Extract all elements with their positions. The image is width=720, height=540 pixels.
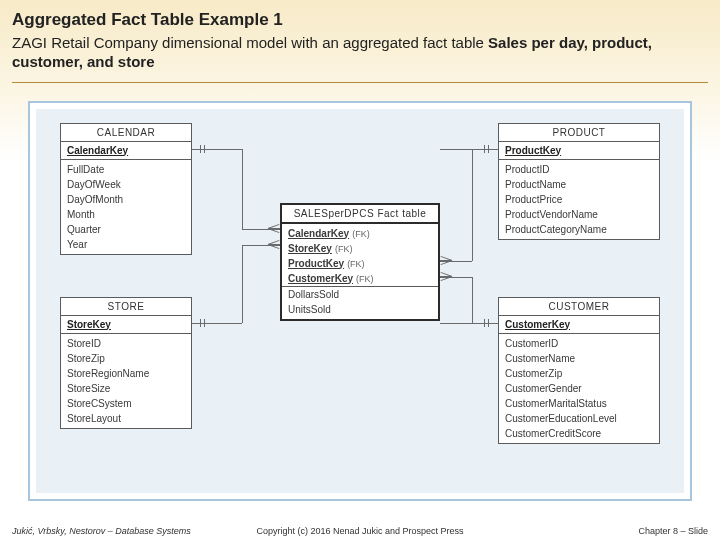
- entity-product-key: ProductKey: [499, 141, 659, 160]
- entity-fact: SALESperDPCS Fact table CalendarKey(FK) …: [280, 203, 440, 321]
- store-attr: StoreSize: [61, 381, 191, 396]
- footer-center: Copyright (c) 2016 Nenad Jukic and Prosp…: [244, 526, 476, 536]
- crows-foot: [440, 256, 452, 266]
- footer-right: Chapter 8 – Slide: [476, 526, 708, 536]
- cardinality-tick: [200, 145, 201, 153]
- connector: [472, 149, 473, 261]
- entity-customer: CUSTOMER CustomerKey CustomerID Customer…: [498, 297, 660, 444]
- calendar-attr: Month: [61, 207, 191, 222]
- calendar-attr: Quarter: [61, 222, 191, 237]
- calendar-attr: DayOfWeek: [61, 177, 191, 192]
- store-attr: StoreLayout: [61, 411, 191, 426]
- calendar-attr: FullDate: [61, 162, 191, 177]
- cardinality-tick: [484, 145, 485, 153]
- store-attr: StoreZip: [61, 351, 191, 366]
- slide-subtitle: ZAGI Retail Company dimensional model wi…: [12, 34, 708, 72]
- product-attr: ProductPrice: [499, 192, 659, 207]
- entity-product: PRODUCT ProductKey ProductID ProductName…: [498, 123, 660, 240]
- footer-left: Jukić, Vrbsky, Nestorov – Database Syste…: [12, 526, 244, 536]
- cardinality-tick: [204, 145, 205, 153]
- product-attr: ProductID: [499, 162, 659, 177]
- entity-product-header: PRODUCT: [499, 124, 659, 141]
- customer-attr: CustomerGender: [499, 381, 659, 396]
- connector: [242, 149, 243, 229]
- cardinality-tick: [200, 319, 201, 327]
- store-attr: StoreRegionName: [61, 366, 191, 381]
- fact-key: StoreKey(FK): [282, 241, 438, 256]
- entity-store-key: StoreKey: [61, 315, 191, 334]
- cardinality-tick: [488, 145, 489, 153]
- product-attr: ProductVendorName: [499, 207, 659, 222]
- entity-calendar: CALENDAR CalendarKey FullDate DayOfWeek …: [60, 123, 192, 255]
- fact-key: ProductKey(FK): [282, 256, 438, 271]
- entity-store: STORE StoreKey StoreID StoreZip StoreReg…: [60, 297, 192, 429]
- fact-measure: DollarsSold: [282, 286, 438, 302]
- diagram: CALENDAR CalendarKey FullDate DayOfWeek …: [28, 101, 692, 501]
- store-attr: StoreCSystem: [61, 396, 191, 411]
- title-rule: [12, 82, 708, 83]
- connector: [440, 149, 498, 150]
- entity-customer-key: CustomerKey: [499, 315, 659, 334]
- entity-customer-header: CUSTOMER: [499, 298, 659, 315]
- connector: [242, 245, 243, 323]
- entity-calendar-header: CALENDAR: [61, 124, 191, 141]
- entity-calendar-key: CalendarKey: [61, 141, 191, 160]
- cardinality-tick: [484, 319, 485, 327]
- footer: Jukić, Vrbsky, Nestorov – Database Syste…: [0, 526, 720, 536]
- subtitle-plain: ZAGI Retail Company dimensional model wi…: [12, 34, 488, 51]
- calendar-attr: DayOfMonth: [61, 192, 191, 207]
- fact-key: CalendarKey(FK): [282, 226, 438, 241]
- entity-store-header: STORE: [61, 298, 191, 315]
- customer-attr: CustomerName: [499, 351, 659, 366]
- cardinality-tick: [488, 319, 489, 327]
- customer-attr: CustomerMaritalStatus: [499, 396, 659, 411]
- calendar-attr: Year: [61, 237, 191, 252]
- crows-foot: [268, 240, 280, 250]
- fact-key: CustomerKey(FK): [282, 271, 438, 286]
- crows-foot: [268, 224, 280, 234]
- connector: [472, 277, 473, 323]
- customer-attr: CustomerZip: [499, 366, 659, 381]
- entity-fact-header: SALESperDPCS Fact table: [282, 205, 438, 224]
- customer-attr: CustomerID: [499, 336, 659, 351]
- product-attr: ProductCategoryName: [499, 222, 659, 237]
- customer-attr: CustomerEducationLevel: [499, 411, 659, 426]
- crows-foot: [440, 272, 452, 282]
- connector: [440, 323, 498, 324]
- slide-title: Aggregated Fact Table Example 1: [12, 10, 708, 30]
- fact-measure: UnitsSold: [282, 302, 438, 317]
- store-attr: StoreID: [61, 336, 191, 351]
- cardinality-tick: [204, 319, 205, 327]
- customer-attr: CustomerCreditScore: [499, 426, 659, 441]
- product-attr: ProductName: [499, 177, 659, 192]
